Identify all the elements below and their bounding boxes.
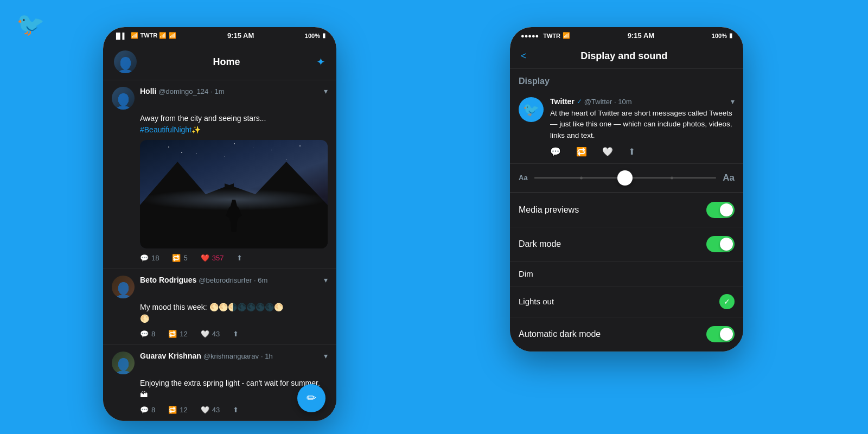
media-previews-toggle[interactable] <box>706 202 735 218</box>
preview-tweet-text: At the heart of Twitter are short messag… <box>550 108 735 141</box>
signal-info: ●●●●● TWTR 📶 <box>521 32 570 39</box>
phone-right: ●●●●● TWTR 📶 9:15 AM 100% ▮ < Display an… <box>510 27 743 352</box>
retweet-count: 12 <box>180 330 187 338</box>
lights-out-option[interactable]: Lights out ✓ <box>510 286 743 317</box>
chevron-down-icon[interactable]: ▾ <box>324 352 328 360</box>
tweet-info: Holli @domingo_124 · 1m <box>140 87 318 95</box>
chevron-down-icon[interactable]: ▾ <box>324 87 328 95</box>
like-action[interactable]: ❤️ 357 <box>201 254 224 262</box>
tweet-author-handle: @betorodrisurfer <box>199 276 252 284</box>
tweet-item: 👤 Holli @domingo_124 · 1m ▾ Away from th… <box>103 80 336 269</box>
tweet-text: My mood this week: 🌕🌕🌗🌑🌑🌑🌑🌕🌕 <box>140 302 328 324</box>
share-action[interactable]: ⬆ <box>233 330 239 338</box>
compose-icon: ✏ <box>307 391 316 405</box>
comment-icon[interactable]: 💬 <box>550 146 561 157</box>
tweet-actions: 💬 18 🔁 5 ❤️ 357 ⬆ <box>140 254 328 262</box>
automatic-dark-mode-toggle[interactable] <box>706 326 735 342</box>
preview-author: Twitter ✓ @Twitter · 10m <box>550 97 631 106</box>
retweet-action[interactable]: 🔁 12 <box>168 406 187 414</box>
comment-count: 8 <box>151 406 155 414</box>
signal-dots-icon: ●●●●● <box>521 33 539 39</box>
comment-count: 8 <box>151 330 155 338</box>
preview-meta: Twitter ✓ @Twitter · 10m ▾ <box>550 97 735 106</box>
status-bar-left: ▐▌▌ 📶 TWTR 📶 📶 9:15 AM 100% ▮ <box>103 27 336 44</box>
like-action[interactable]: 🤍 43 <box>201 406 220 414</box>
preview-author-name: Twitter <box>550 97 575 106</box>
share-icon: ⬆ <box>233 330 239 338</box>
tweet-hashtag[interactable]: #BeautifulNight✨ <box>140 125 201 134</box>
dim-option[interactable]: Dim <box>510 261 743 286</box>
comment-icon: 💬 <box>140 330 149 338</box>
chevron-down-icon[interactable]: ▾ <box>324 276 328 284</box>
tweet-actions: 💬 8 🔁 12 🤍 43 ⬆ <box>140 330 328 338</box>
slider-thumb[interactable] <box>617 170 633 186</box>
tweet-actions: 💬 8 🔁 12 🤍 43 ⬆ <box>140 406 328 414</box>
display-section-title: Display <box>510 69 743 91</box>
retweet-icon[interactable]: 🔁 <box>576 146 587 157</box>
nav-bar-left: 👤 Home ✦ <box>103 44 336 80</box>
comment-action[interactable]: 💬 18 <box>140 254 159 262</box>
heart-icon: 🤍 <box>201 330 209 338</box>
font-size-slider[interactable] <box>534 177 717 178</box>
retweet-icon: 🔁 <box>168 330 177 338</box>
user-avatar[interactable]: 👤 <box>114 50 137 73</box>
preview-tweet-info: Twitter ✓ @Twitter · 10m ▾ At the heart … <box>550 97 735 141</box>
status-bar-right: ●●●●● TWTR 📶 9:15 AM 100% ▮ <box>510 27 743 44</box>
compose-button[interactable]: ✏ <box>297 384 326 412</box>
tweet-time: · 1h <box>261 352 273 360</box>
tweet-avatar[interactable]: 👤 <box>112 276 135 298</box>
heart-icon: ❤️ <box>201 254 209 262</box>
person-icon: 👤 <box>114 359 133 374</box>
dark-mode-row: Dark mode <box>510 227 743 261</box>
carrier-name: 📶 TWTR 📶 <box>131 32 167 39</box>
retweet-action[interactable]: 🔁 12 <box>168 330 187 338</box>
share-action[interactable]: ⬆ <box>237 254 242 262</box>
tweet-info: Beto Rodrigues @betorodrisurfer · 6m <box>140 276 318 284</box>
slider-dot-2 <box>671 176 673 179</box>
sparkle-icon[interactable]: ✦ <box>316 55 326 68</box>
tweet-header: 👤 Holli @domingo_124 · 1m ▾ <box>112 87 328 110</box>
toggle-knob <box>720 238 733 251</box>
comment-action[interactable]: 💬 8 <box>140 406 155 414</box>
like-count: 357 <box>212 254 224 262</box>
chevron-down-icon[interactable]: ▾ <box>731 97 735 106</box>
tweet-item: 👤 Beto Rodrigues @betorodrisurfer · 6m ▾… <box>103 269 336 345</box>
time-display: 9:15 AM <box>227 31 254 40</box>
nav-title: Display and sound <box>580 50 667 62</box>
settings-content: Display 🐦 Twitter ✓ @Twitter · 10m ▾ At … <box>510 69 743 352</box>
tweet-avatar[interactable]: 👤 <box>112 87 135 110</box>
dark-mode-toggle[interactable] <box>706 236 735 252</box>
media-previews-row: Media previews <box>510 193 743 227</box>
like-count: 43 <box>212 330 220 338</box>
automatic-dark-mode-label: Automatic dark mode <box>519 329 601 339</box>
twitter-logo: 🐦 <box>16 11 44 37</box>
preview-handle: @Twitter · 10m <box>584 98 632 106</box>
tweet-meta: Guarav Krishnan @krishnanguarav · 1h <box>140 352 318 360</box>
dark-mode-label: Dark mode <box>519 239 561 249</box>
tweet-author-handle: @domingo_124 <box>158 87 208 95</box>
heart-icon[interactable]: 🤍 <box>602 146 613 157</box>
tweet-author-handle: @krishnanguarav <box>203 352 259 360</box>
retweet-action[interactable]: 🔁 5 <box>172 254 187 262</box>
like-count: 43 <box>212 406 220 414</box>
time-display: 9:15 AM <box>628 31 654 40</box>
tweet-info: Guarav Krishnan @krishnanguarav · 1h <box>140 352 318 360</box>
twitter-avatar: 🐦 <box>519 97 544 122</box>
retweet-icon: 🔁 <box>172 254 181 262</box>
share-icon[interactable]: ⬆ <box>628 146 635 157</box>
verified-badge-icon: ✓ <box>577 98 582 105</box>
comment-action[interactable]: 💬 8 <box>140 330 155 338</box>
battery-info: 100% ▮ <box>305 32 326 39</box>
person-icon: 👤 <box>114 94 133 110</box>
tweet-author-name: Beto Rodrigues <box>140 276 196 284</box>
retweet-count: 5 <box>183 254 187 262</box>
font-size-row: Aa Aa <box>510 164 743 193</box>
tweet-avatar[interactable]: 👤 <box>112 352 135 374</box>
share-action[interactable]: ⬆ <box>233 406 239 414</box>
like-action[interactable]: 🤍 43 <box>201 330 220 338</box>
back-button[interactable]: < <box>521 50 527 62</box>
preview-tweet-header: 🐦 Twitter ✓ @Twitter · 10m ▾ At the hear… <box>519 97 735 141</box>
signal-bars-icon: ▐▌▌ <box>114 33 126 39</box>
tweet-meta: Beto Rodrigues @betorodrisurfer · 6m <box>140 276 318 284</box>
comment-icon: 💬 <box>140 254 149 262</box>
